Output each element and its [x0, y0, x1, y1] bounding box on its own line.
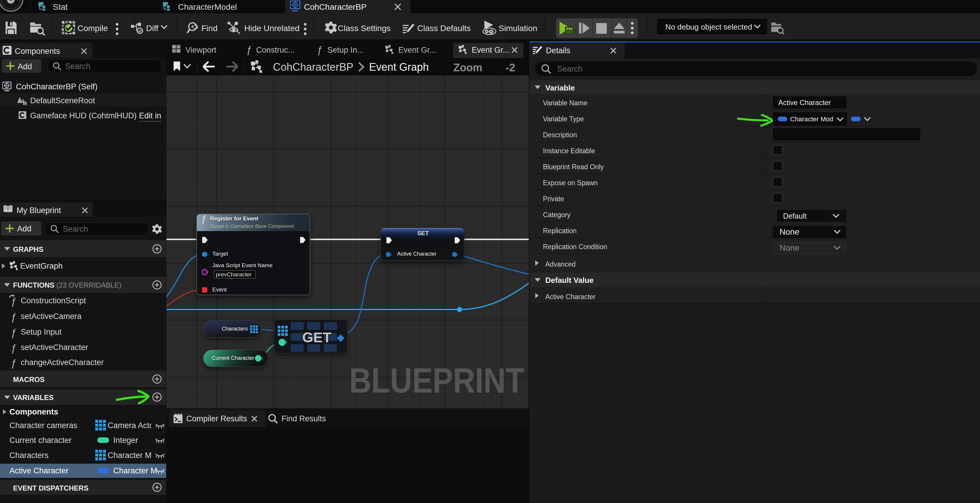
svg-text:C: C	[24, 102, 26, 105]
